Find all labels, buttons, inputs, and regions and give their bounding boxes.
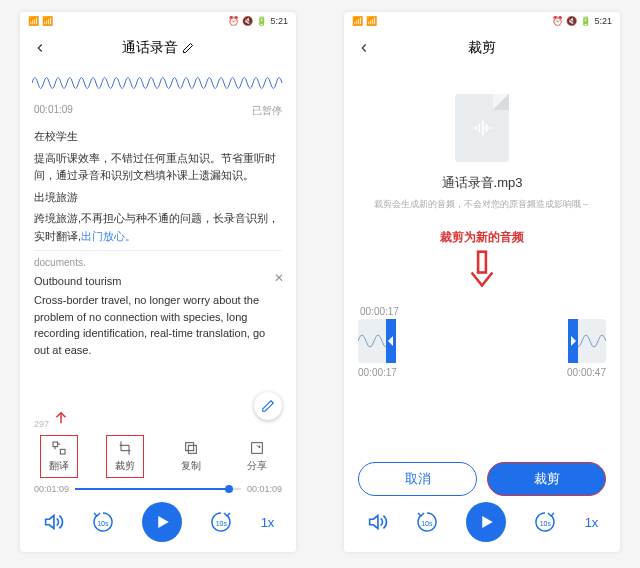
header: 通话录音 <box>20 30 296 66</box>
transcript: 在校学生 提高听课效率，不错过任何重点知识。节省重听时间，通过录音和识别文档填补… <box>20 122 296 405</box>
page-title: 通话录音 <box>122 39 194 57</box>
crop-button[interactable]: 裁剪 <box>106 435 144 478</box>
svg-marker-14 <box>482 516 493 528</box>
arrow-down-icon <box>466 248 497 294</box>
link-text[interactable]: 出门放心。 <box>81 230 136 242</box>
translation-block: ✕ Outbound tourism Cross-border travel, … <box>34 271 282 359</box>
elapsed-time: 00:01:09 <box>34 104 73 118</box>
crop-range: 00:00:17 00:00:47 <box>358 367 606 378</box>
progress-bar[interactable]: 00:01:09 00:01:09 <box>20 482 296 496</box>
play-button[interactable] <box>466 502 506 542</box>
battery-icon: 🔋 <box>256 16 267 26</box>
arrow-up-icon <box>52 419 70 429</box>
info-row: 00:01:09 已暂停 <box>20 100 296 122</box>
confirm-crop-button[interactable]: 裁剪 <box>487 462 606 496</box>
forward-10s-button[interactable]: 10s <box>533 510 557 534</box>
svg-rect-2 <box>188 445 196 453</box>
cancel-button[interactable]: 取消 <box>358 462 477 496</box>
signal-icon-1: 📶 <box>352 16 363 26</box>
crop-selection[interactable] <box>386 319 578 363</box>
signal-icon-2: 📶 <box>366 16 377 26</box>
alarm-icon: ⏰ <box>552 16 563 26</box>
back-button[interactable] <box>354 38 374 58</box>
waveform-banner <box>32 70 284 96</box>
file-name: 通话录音.mp3 <box>442 174 523 192</box>
player-controls: 10s 10s 1x <box>20 496 296 552</box>
mute-icon: 🔇 <box>566 16 577 26</box>
back-button[interactable] <box>30 38 50 58</box>
mute-icon: 🔇 <box>242 16 253 26</box>
copy-button[interactable]: 复制 <box>172 435 210 478</box>
edit-icon[interactable] <box>182 42 194 54</box>
play-state: 已暂停 <box>252 104 282 118</box>
speed-button[interactable]: 1x <box>261 515 275 530</box>
svg-rect-1 <box>60 449 65 454</box>
svg-marker-6 <box>158 516 169 528</box>
svg-rect-3 <box>186 443 194 451</box>
status-bar: 📶 📶 ⏰ 🔇 🔋 5:21 <box>20 12 296 30</box>
page-title: 裁剪 <box>468 39 496 57</box>
speed-button[interactable]: 1x <box>585 515 599 530</box>
signal-icon-1: 📶 <box>28 16 39 26</box>
header: 裁剪 <box>344 30 620 66</box>
svg-rect-12 <box>478 252 486 273</box>
action-bar: 翻译 裁剪 复制 分享 <box>20 429 296 482</box>
file-area: 通话录音.mp3 裁剪会生成新的音频，不会对您的原音频造成影响哦～ 裁剪为新的音… <box>344 66 620 450</box>
svg-marker-5 <box>45 516 53 529</box>
volume-button[interactable] <box>42 511 64 533</box>
rewind-10s-button[interactable]: 10s <box>415 510 439 534</box>
player-controls: 10s 10s 1x <box>344 496 620 552</box>
svg-marker-13 <box>369 516 377 529</box>
signal-icon-2: 📶 <box>42 16 53 26</box>
svg-rect-4 <box>252 443 263 454</box>
status-time: 5:21 <box>594 16 612 26</box>
status-bar: 📶 📶 ⏰ 🔇 🔋 5:21 <box>344 12 620 30</box>
annotation-text: 裁剪为新的音频 <box>440 229 524 246</box>
left-screen: 📶 📶 ⏰ 🔇 🔋 5:21 通话录音 00:01:09 已暂停 在校学生 提高… <box>20 12 296 552</box>
share-button[interactable]: 分享 <box>238 435 276 478</box>
crop-waveform[interactable] <box>358 319 606 363</box>
button-row: 取消 裁剪 <box>344 450 620 496</box>
status-time: 5:21 <box>270 16 288 26</box>
svg-rect-0 <box>53 442 58 447</box>
close-icon[interactable]: ✕ <box>274 269 284 288</box>
translate-button[interactable]: 翻译 <box>40 435 78 478</box>
edit-fab[interactable] <box>254 392 282 420</box>
audio-file-icon <box>455 94 509 162</box>
alarm-icon: ⏰ <box>228 16 239 26</box>
right-screen: 📶 📶 ⏰ 🔇 🔋 5:21 裁剪 通话录音.mp3 裁剪会生成新的音频，不会对… <box>344 12 620 552</box>
forward-10s-button[interactable]: 10s <box>209 510 233 534</box>
volume-button[interactable] <box>366 511 388 533</box>
file-note: 裁剪会生成新的音频，不会对您的原音频造成影响哦～ <box>374 198 590 211</box>
battery-icon: 🔋 <box>580 16 591 26</box>
play-button[interactable] <box>142 502 182 542</box>
rewind-10s-button[interactable]: 10s <box>91 510 115 534</box>
selection-time: 00:00:17 <box>358 306 401 317</box>
